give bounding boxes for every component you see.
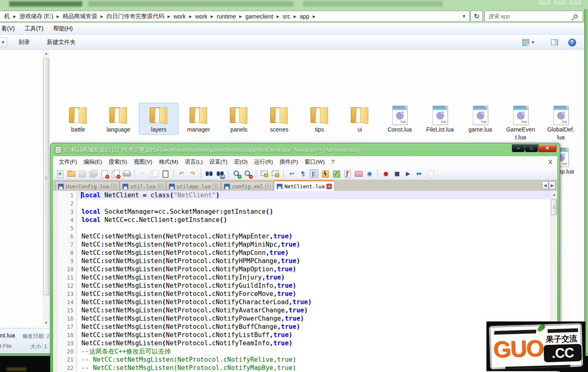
- macro-save-icon[interactable]: [426, 169, 435, 178]
- maximize-button[interactable]: [554, 0, 565, 4]
- print-icon[interactable]: [122, 169, 131, 178]
- open-folder-icon[interactable]: [67, 169, 75, 178]
- nav-pane-scrollbar[interactable]: ▲ ▼: [43, 50, 50, 327]
- word-wrap-icon[interactable]: ↩: [287, 169, 296, 178]
- show-all-chars-icon[interactable]: ¶: [299, 169, 307, 178]
- undo-icon[interactable]: ↶: [177, 169, 186, 178]
- file-item[interactable]: layers: [139, 103, 178, 135]
- breadcrumb-item[interactable]: app: [298, 13, 311, 20]
- npp-menu-item[interactable]: 编辑(E): [80, 158, 105, 166]
- sync-scroll-v-icon[interactable]: [260, 169, 269, 178]
- npp-menu-item[interactable]: 文件(F): [56, 158, 80, 166]
- scroll-down-icon[interactable]: ▼: [43, 319, 50, 327]
- file-item[interactable]: luaFileList.lua: [420, 103, 460, 135]
- shortcut-mapper-icon[interactable]: ϟ: [321, 169, 329, 178]
- minimize-button[interactable]: [539, 0, 550, 4]
- macro-record-icon[interactable]: ●: [382, 169, 390, 178]
- npp-menu-item[interactable]: 宏(O): [231, 158, 251, 166]
- tab-close-icon[interactable]: ✕: [157, 184, 163, 189]
- search-input[interactable]: 搜索 app: [488, 13, 574, 20]
- replace-icon[interactable]: ab: [216, 169, 225, 178]
- monitor-eye-icon[interactable]: ◉: [365, 169, 374, 178]
- tab-scroll-left-icon[interactable]: ◀: [542, 181, 549, 189]
- save-all-icon[interactable]: [89, 169, 97, 178]
- close-doc-icon[interactable]: −: [100, 169, 109, 178]
- npp-menu-item[interactable]: 语言(L): [182, 158, 206, 166]
- npp-menu-item[interactable]: 窗口(W): [301, 158, 328, 166]
- breadcrumb[interactable]: 机▶游戏储存 (E:)▶精品商城资源▶白日门传奇完整源代码▶work▶work▶…: [0, 11, 470, 22]
- new-folder-button[interactable]: 新建文件夹: [47, 39, 76, 46]
- file-item[interactable]: manager: [179, 103, 218, 135]
- explorer-menu-item[interactable]: 看(V): [0, 25, 20, 32]
- tab-utilapp.lua[interactable]: utilapp.lua✕: [166, 181, 221, 191]
- macro-play-icon[interactable]: ▶: [404, 169, 412, 178]
- search-box[interactable]: 搜索 app: [484, 11, 583, 22]
- redo-icon[interactable]: ↷: [188, 169, 197, 178]
- tab-close-icon[interactable]: ✕: [213, 184, 218, 189]
- change-view-button[interactable]: ▼: [517, 37, 539, 48]
- close-document-icon[interactable]: X: [549, 159, 552, 165]
- save-icon[interactable]: [78, 169, 86, 178]
- breadcrumb-item[interactable]: 游戏储存 (E:): [17, 13, 55, 20]
- scroll-up-icon[interactable]: ▲: [43, 50, 50, 58]
- close-button[interactable]: [569, 0, 581, 4]
- tab-close-icon[interactable]: ✕: [326, 184, 332, 189]
- tab-scroll-right-icon[interactable]: ▶: [549, 181, 556, 189]
- cut-icon[interactable]: ✂: [139, 169, 147, 178]
- tab-close-icon[interactable]: ✕: [265, 184, 271, 189]
- tab-close-icon[interactable]: ✕: [111, 184, 116, 189]
- organize-split-button[interactable]: ▼: [0, 37, 7, 47]
- file-item[interactable]: scenes: [259, 103, 299, 135]
- minimize-button[interactable]: –: [512, 144, 525, 152]
- file-item[interactable]: battle: [58, 103, 98, 135]
- sync-scroll-h-icon[interactable]: [271, 169, 280, 178]
- explorer-menu-item[interactable]: 帮助(H): [49, 25, 78, 32]
- scrollbar-thumb[interactable]: [551, 199, 557, 215]
- code-editor[interactable]: 12345678910111213141516171819202122 loca…: [53, 191, 557, 372]
- breadcrumb-item[interactable]: src: [280, 13, 292, 20]
- scrollbar-thumb[interactable]: [43, 58, 49, 295]
- close-all-docs-icon[interactable]: −: [111, 169, 120, 178]
- address-dropdown-icon[interactable]: ▼: [458, 11, 469, 21]
- breadcrumb-item[interactable]: 白日门传奇完整源代码: [104, 13, 166, 20]
- run-script-icon[interactable]: ƒ: [343, 169, 352, 178]
- tab-config.xml[interactable]: config.xml✕: [221, 181, 273, 191]
- npp-menu-item[interactable]: 视图(V): [130, 158, 155, 166]
- tab-UserConfig.lua[interactable]: UserConfig.lua✕: [55, 181, 119, 191]
- file-item[interactable]: ui: [340, 103, 380, 135]
- help-button[interactable]: ?: [567, 37, 577, 48]
- npp-menu-item[interactable]: 设置(T): [206, 158, 231, 166]
- file-item[interactable]: language: [99, 103, 138, 135]
- refresh-button[interactable]: ↻: [470, 11, 483, 22]
- scroll-up-icon[interactable]: ▲: [551, 191, 557, 198]
- zoom-in-icon[interactable]: +: [232, 169, 241, 178]
- npp-menu-item[interactable]: 插件(P): [276, 158, 301, 166]
- doc-map-icon[interactable]: [332, 169, 340, 178]
- explorer-menu-item[interactable]: 工具(T): [20, 25, 49, 32]
- macro-run-multiple-icon[interactable]: ▶▶: [415, 169, 424, 178]
- breadcrumb-item[interactable]: gameclient: [243, 13, 275, 20]
- npp-menu-item[interactable]: 搜索(S): [105, 158, 130, 166]
- file-item[interactable]: luaConst.lua: [380, 103, 419, 135]
- file-item[interactable]: luagame.lua: [461, 103, 500, 135]
- breadcrumb-item[interactable]: runtime: [215, 13, 238, 20]
- file-item[interactable]: luaGameEven t.lua: [501, 103, 540, 142]
- indent-guide-icon[interactable]: [310, 169, 318, 178]
- burn-button[interactable]: 刻录: [19, 39, 30, 46]
- tab-NetClient.lua[interactable]: NetClient.lua✕: [274, 180, 335, 191]
- npp-title-bar[interactable]: E:\精品商城资源\白日门传奇完整源代码\work\work\runtime\g…: [53, 143, 557, 156]
- tab-util.lua[interactable]: util.lua✕: [120, 181, 165, 191]
- file-item[interactable]: tips: [300, 103, 339, 135]
- npp-menu-item[interactable]: 运行(R): [251, 158, 276, 166]
- breadcrumb-item[interactable]: work: [171, 13, 188, 20]
- macro-stop-icon[interactable]: ■: [393, 169, 401, 178]
- project-panel-icon[interactable]: [354, 169, 363, 178]
- file-item[interactable]: luaGlobalDef. lua: [541, 103, 581, 142]
- paste-icon[interactable]: [161, 169, 169, 178]
- new-file-icon[interactable]: +: [56, 169, 64, 178]
- npp-menu-item[interactable]: 格式(M): [155, 158, 181, 166]
- copy-icon[interactable]: [150, 169, 158, 178]
- close-button[interactable]: ✕: [538, 144, 556, 152]
- breadcrumb-item[interactable]: 精品商城资源: [60, 13, 99, 20]
- file-item[interactable]: panels: [219, 103, 259, 135]
